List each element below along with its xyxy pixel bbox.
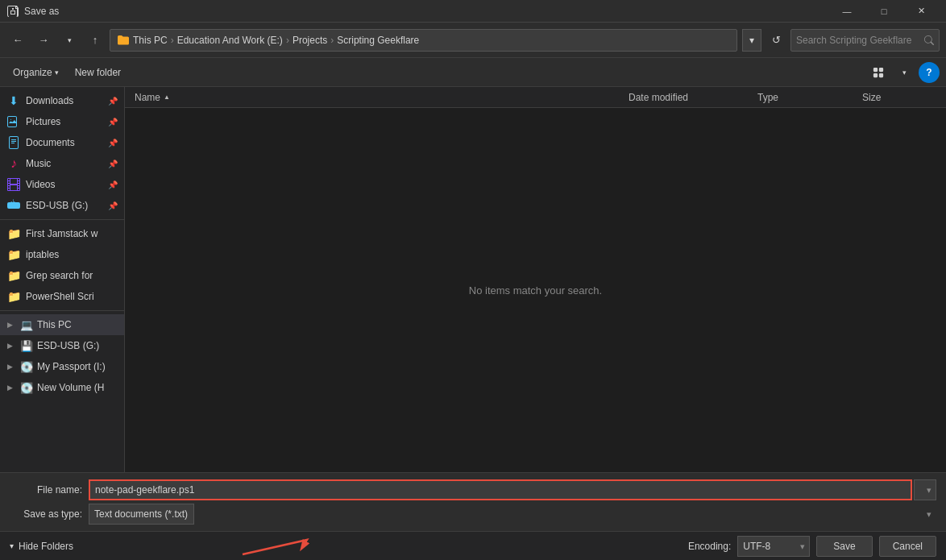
path-folder-icon [117, 34, 130, 47]
this-pc-label: This PC [37, 319, 72, 330]
file-list-content: No items match your search. [125, 108, 946, 472]
pictures-icon [6, 114, 21, 129]
help-button[interactable]: ? [919, 62, 940, 83]
sidebar-item-downloads[interactable]: ⬇ Downloads 📌 [0, 90, 124, 111]
column-header-size[interactable]: Size [859, 87, 940, 107]
sidebar-tree-new-volume[interactable]: ▶ 💽 New Volume (H [0, 377, 124, 398]
save-as-type-select[interactable]: Text documents (*.txt) All files (*.*) [89, 504, 194, 525]
sidebar-label-esd: ESD-USB (G:) [26, 200, 103, 211]
cancel-button[interactable]: Cancel [879, 536, 936, 557]
save-as-type-wrapper: Text documents (*.txt) All files (*.*) [89, 504, 936, 525]
title-bar: Save as — □ ✕ [0, 0, 946, 23]
sidebar-item-esd-usb[interactable]: ESD-USB (G:) 📌 [0, 195, 124, 216]
grep-search-icon: 📁 [6, 268, 21, 283]
sidebar-item-pictures[interactable]: Pictures 📌 [0, 111, 124, 132]
new-volume-icon: 💽 [19, 380, 34, 395]
sidebar-label-downloads: Downloads [26, 95, 103, 106]
hide-folders-button[interactable]: ▾ Hide Folders [10, 541, 73, 552]
my-passport-icon: 💽 [19, 359, 34, 374]
bottom-bar: File name: Save as type: Text documents … [0, 472, 946, 531]
sidebar-tree-esd-g[interactable]: ▶ 💾 ESD-USB (G:) [0, 335, 124, 356]
path-projects: Projects [293, 35, 327, 46]
sidebar-tree-this-pc[interactable]: ▶ 💻 This PC [0, 314, 124, 335]
address-dropdown-button[interactable]: ▾ [742, 29, 761, 52]
no-items-message: No items match your search. [469, 284, 602, 297]
title-bar-controls: — □ ✕ [828, 0, 940, 23]
file-name-row: File name: [10, 479, 936, 500]
downloads-pin-icon: 📌 [108, 97, 118, 106]
address-path[interactable]: This PC › Education And Work (E:) › Proj… [110, 29, 737, 52]
encoding-label: Encoding: [688, 541, 731, 552]
recent-locations-button[interactable]: ▾ [58, 29, 81, 52]
sidebar-divider-1 [0, 219, 124, 220]
file-list-header: Name ▲ Date modified Type Size [125, 87, 946, 108]
title-bar-left: Save as [6, 5, 59, 18]
sidebar-item-documents[interactable]: Documents 📌 [0, 132, 124, 153]
my-passport-label: My Passport (I:) [37, 361, 106, 372]
sidebar: ⬇ Downloads 📌 Pictures 📌 Documents 📌 ♪ M… [0, 87, 125, 472]
sidebar-item-music[interactable]: ♪ Music 📌 [0, 153, 124, 174]
encoding-select[interactable]: UTF-8 UTF-16 ASCII ANSI [737, 536, 810, 557]
sidebar-label-grep-search: Grep search for [26, 270, 118, 281]
view-dropdown-button[interactable]: ▾ [893, 62, 915, 83]
pictures-pin-icon: 📌 [108, 118, 118, 127]
maximize-button[interactable]: □ [865, 0, 902, 23]
esd-g-expand-icon: ▶ [3, 339, 16, 352]
documents-pin-icon: 📌 [108, 139, 118, 147]
sidebar-item-iptables[interactable]: 📁 iptables [0, 244, 124, 265]
footer-right: Encoding: UTF-8 UTF-16 ASCII ANSI Save C… [688, 536, 936, 557]
organize-button[interactable]: Organize ▾ [6, 62, 65, 83]
sidebar-item-videos[interactable]: Videos 📌 [0, 174, 124, 195]
file-name-label: File name: [10, 484, 82, 496]
first-jamstack-icon: 📁 [6, 226, 21, 241]
sidebar-item-powershell[interactable]: 📁 PowerShell Scri [0, 286, 124, 307]
name-sort-icon: ▲ [164, 93, 170, 101]
minimize-button[interactable]: — [828, 0, 865, 23]
close-button[interactable]: ✕ [902, 0, 940, 23]
music-icon: ♪ [6, 156, 21, 171]
column-header-date[interactable]: Date modified [625, 87, 754, 107]
videos-pin-icon: 📌 [108, 180, 118, 189]
esd-g-tree-icon: 💾 [19, 338, 34, 353]
sidebar-tree-my-passport[interactable]: ▶ 💽 My Passport (I:) [0, 356, 124, 377]
esd-pin-icon: 📌 [108, 201, 118, 210]
view-options-button[interactable] [867, 62, 890, 83]
column-header-name[interactable]: Name ▲ [131, 87, 625, 107]
refresh-button[interactable]: ↺ [765, 29, 787, 52]
up-button[interactable]: ↑ [84, 29, 106, 52]
sidebar-label-iptables: iptables [26, 249, 118, 260]
path-education: Education And Work (E:) [177, 35, 283, 46]
documents-icon [6, 135, 21, 150]
search-input[interactable] [796, 35, 921, 46]
search-icon [924, 35, 934, 45]
downloads-icon: ⬇ [6, 93, 21, 108]
file-name-input[interactable] [89, 479, 912, 500]
back-button[interactable]: ← [6, 29, 29, 52]
hide-folders-label: Hide Folders [19, 541, 73, 552]
sidebar-label-pictures: Pictures [26, 116, 103, 127]
forward-button[interactable]: → [32, 29, 55, 52]
videos-icon [6, 177, 21, 192]
sidebar-label-first-jamstack: First Jamstack w [26, 228, 118, 239]
arrow-decoration [234, 532, 331, 561]
search-box[interactable] [790, 29, 940, 52]
sidebar-item-grep-search[interactable]: 📁 Grep search for [0, 265, 124, 286]
save-button[interactable]: Save [816, 536, 872, 557]
sidebar-label-videos: Videos [26, 179, 103, 190]
this-pc-icon: 💻 [19, 317, 34, 332]
sidebar-label-documents: Documents [26, 137, 103, 148]
view-icon [873, 67, 884, 78]
save-as-type-row: Save as type: Text documents (*.txt) All… [10, 504, 936, 525]
new-volume-expand-icon: ▶ [3, 381, 16, 394]
sidebar-label-powershell: PowerShell Scri [26, 291, 118, 302]
column-header-type[interactable]: Type [754, 87, 859, 107]
sidebar-item-first-jamstack[interactable]: 📁 First Jamstack w [0, 223, 124, 244]
esd-usb-icon [6, 198, 21, 213]
address-bar: ← → ▾ ↑ This PC › Education And Work (E:… [0, 23, 946, 58]
footer-bar: ▾ Hide Folders Encoding: UTF-8 UTF-16 AS… [0, 531, 946, 560]
path-scripting: Scripting Geekflare [337, 35, 419, 46]
new-folder-button[interactable]: New folder [68, 62, 127, 83]
sidebar-label-music: Music [26, 158, 103, 169]
powershell-icon: 📁 [6, 289, 21, 304]
file-name-dropdown[interactable] [914, 479, 936, 500]
